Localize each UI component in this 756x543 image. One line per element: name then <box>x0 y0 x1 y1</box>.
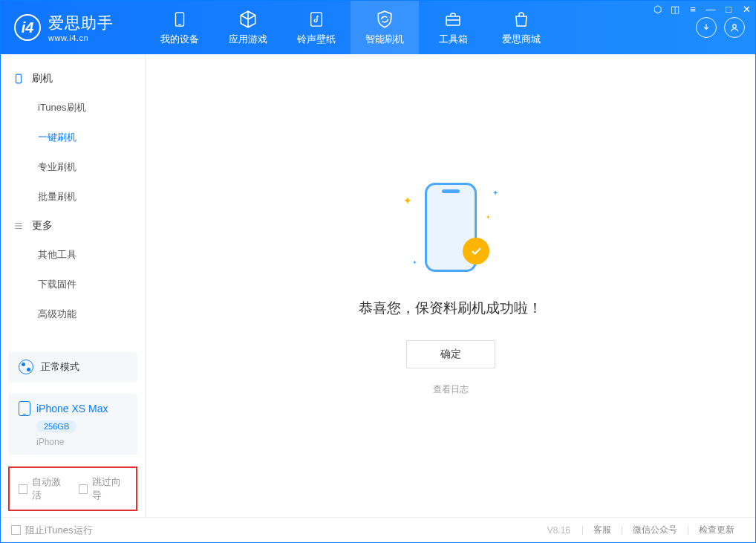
statusbar-left: 阻止iTunes运行 <box>11 524 93 537</box>
nav-label: 铃声壁纸 <box>297 33 336 46</box>
bag-icon <box>512 10 531 29</box>
feedback-icon[interactable]: ⬡ <box>648 1 666 17</box>
sidebar-item-onekey-flash[interactable]: 一键刷机 <box>1 123 145 152</box>
sidebar: 刷机 iTunes刷机 一键刷机 专业刷机 批量刷机 更多 其他工具 下载固件 … <box>1 54 146 517</box>
device-info-block[interactable]: iPhone XS Max 256GB iPhone <box>8 394 137 455</box>
app-window: ⬡ ◫ ≡ — □ ✕ i4 爱思助手 www.i4.cn 我的设备 应用游戏 <box>0 0 756 543</box>
close-button[interactable]: ✕ <box>737 1 755 17</box>
nav-store[interactable]: 爱思商城 <box>487 1 555 54</box>
sparkle-icon: ✦ <box>492 189 498 197</box>
sidebar-item-pro-flash[interactable]: 专业刷机 <box>1 152 145 182</box>
nav-label: 智能刷机 <box>365 33 404 46</box>
logo-text: 爱思助手 www.i4.cn <box>48 13 114 42</box>
titlebar: i4 爱思助手 www.i4.cn 我的设备 应用游戏 铃声壁纸 智能刷机 <box>1 1 755 54</box>
app-name-cn: 爱思助手 <box>48 13 114 33</box>
checkbox-skip-guide[interactable]: 跳过向导 <box>79 475 127 502</box>
logo-area[interactable]: i4 爱思助手 www.i4.cn <box>1 1 146 54</box>
device-capacity: 256GB <box>36 420 76 432</box>
success-illustration: ✦ ✦ ✦ ✦ <box>399 175 503 279</box>
svg-rect-2 <box>311 12 322 25</box>
checkbox-box <box>79 484 88 494</box>
toolbox-icon <box>443 10 463 29</box>
skin-icon[interactable]: ◫ <box>666 1 684 17</box>
mode-icon <box>19 360 33 374</box>
svg-point-4 <box>733 25 737 28</box>
device-icon <box>170 10 189 29</box>
svg-rect-3 <box>446 16 460 25</box>
nav-label: 应用游戏 <box>229 33 267 46</box>
checkbox-box <box>19 484 27 494</box>
nav-label: 工具箱 <box>439 33 468 46</box>
sparkle-icon: ✦ <box>486 214 491 221</box>
app-name-en: www.i4.cn <box>48 33 114 42</box>
cube-icon <box>238 10 258 29</box>
sidebar-group-more[interactable]: 更多 <box>1 212 145 240</box>
sparkle-icon: ✦ <box>403 195 412 207</box>
nav-smart-flash[interactable]: 智能刷机 <box>351 1 419 54</box>
top-nav: 我的设备 应用游戏 铃声壁纸 智能刷机 工具箱 爱思商城 <box>146 1 685 54</box>
check-badge-icon <box>463 238 489 264</box>
nav-label: 爱思商城 <box>502 33 541 46</box>
sidebar-group-flash[interactable]: 刷机 <box>1 65 145 93</box>
version-label: V8.16 <box>547 525 570 536</box>
window-controls: ⬡ ◫ ≡ — □ ✕ <box>648 1 755 17</box>
link-wechat[interactable]: 微信公众号 <box>622 524 688 536</box>
nav-ringtone-wallpaper[interactable]: 铃声壁纸 <box>282 1 351 54</box>
logo-icon: i4 <box>14 14 41 41</box>
svg-rect-5 <box>16 74 22 83</box>
link-support[interactable]: 客服 <box>583 524 622 536</box>
list-icon <box>13 220 25 232</box>
sidebar-item-other-tools[interactable]: 其他工具 <box>1 240 145 270</box>
sidebar-group-title: 更多 <box>32 219 53 233</box>
maximize-button[interactable]: □ <box>720 1 737 17</box>
view-log-link[interactable]: 查看日志 <box>433 383 469 396</box>
sidebar-group-title: 刷机 <box>32 72 53 85</box>
nav-toolbox[interactable]: 工具箱 <box>419 1 487 54</box>
checkbox-label: 阻止iTunes运行 <box>25 524 93 537</box>
sidebar-item-download-firmware[interactable]: 下载固件 <box>1 270 145 299</box>
checkbox-box <box>11 525 21 535</box>
phone-icon <box>19 401 30 416</box>
mode-label: 正常模式 <box>41 360 79 374</box>
sidebar-scroll: 刷机 iTunes刷机 一键刷机 专业刷机 批量刷机 更多 其他工具 下载固件 … <box>1 54 145 346</box>
checkbox-auto-activate[interactable]: 自动激活 <box>19 475 67 502</box>
ok-button[interactable]: 确定 <box>406 340 495 368</box>
statusbar-links: 客服 微信公众号 检查更新 <box>582 524 745 536</box>
sidebar-item-itunes-flash[interactable]: iTunes刷机 <box>1 93 145 123</box>
sidebar-item-advanced[interactable]: 高级功能 <box>1 299 145 329</box>
checkbox-block-itunes[interactable]: 阻止iTunes运行 <box>11 524 93 537</box>
main-content: ✦ ✦ ✦ ✦ 恭喜您，保资料刷机成功啦！ 确定 查看日志 <box>146 54 755 517</box>
svg-rect-0 <box>176 12 184 25</box>
link-check-update[interactable]: 检查更新 <box>688 524 745 536</box>
body-area: 刷机 iTunes刷机 一键刷机 专业刷机 批量刷机 更多 其他工具 下载固件 … <box>1 54 755 517</box>
device-mode-block[interactable]: 正常模式 <box>8 352 137 382</box>
phone-icon <box>13 73 25 85</box>
checkbox-label: 自动激活 <box>32 475 67 502</box>
refresh-shield-icon <box>375 10 394 29</box>
menu-icon[interactable]: ≡ <box>684 1 702 17</box>
device-subtype: iPhone <box>36 437 127 447</box>
nav-my-device[interactable]: 我的设备 <box>146 1 214 54</box>
device-name: iPhone XS Max <box>36 403 108 414</box>
statusbar: 阻止iTunes运行 V8.16 客服 微信公众号 检查更新 <box>1 517 755 542</box>
music-file-icon <box>307 10 326 29</box>
download-button[interactable] <box>696 17 717 38</box>
checkbox-label: 跳过向导 <box>92 475 127 502</box>
success-message: 恭喜您，保资料刷机成功啦！ <box>359 299 542 318</box>
sidebar-item-batch-flash[interactable]: 批量刷机 <box>1 182 145 212</box>
sparkle-icon: ✦ <box>412 259 417 266</box>
minimize-button[interactable]: — <box>702 1 720 17</box>
account-button[interactable] <box>724 17 745 38</box>
nav-label: 我的设备 <box>160 33 199 46</box>
nav-apps-games[interactable]: 应用游戏 <box>214 1 282 54</box>
checkbox-row-highlight: 自动激活 跳过向导 <box>8 466 137 511</box>
